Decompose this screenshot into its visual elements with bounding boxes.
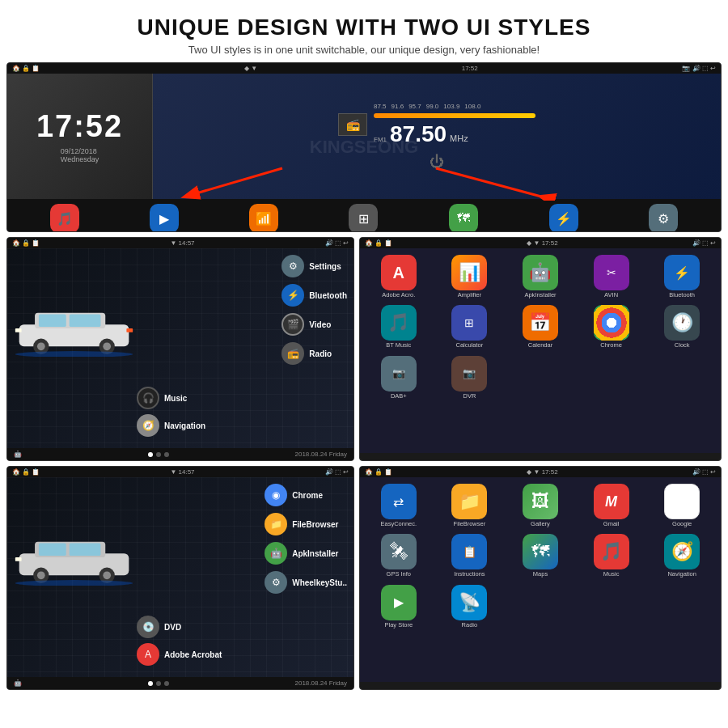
menu-adobe[interactable]: A Adobe Acrobat [137,643,222,666]
app-gpsinfo[interactable]: 🛰 GPS Info [365,534,433,578]
menu-settings[interactable]: ⚙ Settings [281,255,347,277]
app-adobe[interactable]: A Adobe Acro. [365,255,433,298]
radio-menu-icon: 📻 [281,342,304,365]
radio-power-btn[interactable]: ⏻ [430,154,444,171]
app-gallery[interactable]: 🖼 Gallery [506,484,574,527]
app-filebrowser[interactable]: 📁 FileBrowser [436,484,504,527]
left-panel-2: 🏠 🔒 📋 ▼ 14:57 🔊 ⬚ ↩ [6,466,354,690]
clock-time: 17:52 [36,109,123,144]
top-app-nav[interactable]: 🗺 Navigation [448,204,479,232]
playstore-icon: ▶ [381,585,417,620]
menu-wheelkey[interactable]: ⚙ WheelkeyStu.. [265,571,347,594]
calculator-icon: ⊞ [451,305,487,341]
menu-filebrowser[interactable]: 📁 FileBrowser [265,513,347,535]
lp1-footer: 🤖 2018.08.24 Friday [7,448,353,460]
car-image-2 [11,529,137,589]
footer-dots [148,452,169,457]
radio-stations: 87.591.695.799.0103.9108.0 [374,103,535,110]
svg-point-3 [396,134,409,147]
app-bluetooth-rp1[interactable]: ⚡ Bluetooth [648,255,716,298]
easyconnect-icon: ⇄ [381,484,417,519]
menu-navigation[interactable]: 🧭 Navigation [137,414,205,437]
filebrowser-menu-icon: 📁 [265,513,287,535]
app-gmail[interactable]: M Gmail [578,484,645,527]
app-calculator[interactable]: ⊞ Calculator [436,305,504,349]
app-google[interactable]: G Google [648,484,716,527]
app-chrome[interactable]: Chrome [578,305,645,349]
svg-point-16 [15,351,133,357]
menu-video[interactable]: 🎬 Video [281,313,347,336]
svg-rect-15 [126,328,133,332]
settings-icon: ⚙ [649,204,678,232]
grid-icon: ⊞ [349,204,378,232]
app-maps[interactable]: 🗺 Maps [506,534,574,578]
rp1-status: 🏠 🔒 📋 ◆ ▼ 17:52 🔊 ⬚ ↩ [360,238,721,248]
clock-widget: 17:52 09/12/2018 Wednesday [7,74,153,199]
maps-icon: 🗺 [523,534,558,569]
app-music-rp2[interactable]: 🎵 Music [578,534,645,578]
app-calendar[interactable]: 📅 Calendar [506,305,574,349]
navigation-menu-icon: 🧭 [137,414,159,437]
top-app-settings[interactable]: ⚙ Settings [649,204,678,232]
top-location: ◆ ▼ [244,65,257,72]
menu-music[interactable]: 🎧 Music [137,387,205,409]
android-icon: 🤖 [14,451,22,458]
app-playstore[interactable]: ▶ Play Store [365,585,433,629]
app-dab[interactable]: 📷 DAB+ [365,356,433,400]
app-radio-rp2[interactable]: 📡 Radio [436,585,504,629]
top-status-bar: 🏠 🔒 📋 ◆ ▼ 17:52 📷 🔊 ⬚ ↩ [7,63,721,74]
chrome-app-icon [594,305,629,341]
bluetooth-app-icon: ⚡ [664,255,700,290]
svg-rect-25 [15,557,22,561]
svg-rect-20 [70,544,101,557]
amplifier-icon: 📊 [451,255,487,290]
top-screen: KINGSEONG 🏠 🔒 📋 ◆ ▼ 17:52 📷 🔊 ⬚ ↩ 17:52 … [6,62,722,232]
app-btmusic[interactable]: 🎵 BT Music [365,305,433,349]
menu-apkinstaller[interactable]: 🤖 ApkInstaller [265,542,347,565]
top-icons: 📷 🔊 ⬚ ↩ [682,65,716,72]
filebrowser-app-icon: 📁 [451,484,487,519]
app-easyconnect[interactable]: ⇄ EasyConnec. [365,484,433,527]
app-avin[interactable]: ✂ AVIN [578,255,645,298]
music-menu-icon: 🎧 [137,387,159,409]
app-dvr[interactable]: 📷 DVR [436,356,504,400]
app-instructions[interactable]: 📋 Instructions [436,534,504,578]
dot-1b [148,681,153,686]
svg-rect-8 [39,315,66,328]
app-navigation-rp2[interactable]: 🧭 Navigation [648,534,716,578]
radio-app-icon: 📡 [451,585,487,620]
right-panel-2: 🏠 🔒 📋 ◆ ▼ 17:52 🔊 ⬚ ↩ ⇄ EasyConnec. 📁 Fi… [359,466,722,690]
lp2-bottom-menu: 💿 DVD A Adobe Acrobat [137,616,222,666]
menu-chrome-2[interactable]: ◉ Chrome [265,484,347,506]
menu-dvd[interactable]: 💿 DVD [137,616,222,638]
apkinstaller-icon: 🤖 [523,255,558,290]
music-app-icon: 🎵 [594,534,629,569]
bluetooth-icon: ⚡ [549,204,578,232]
top-app-radio[interactable]: 📶 Radio [249,204,278,232]
adobe-icon: A [381,255,417,290]
top-app-video[interactable]: ▶ Video [150,204,179,232]
app-apkinstaller[interactable]: 🤖 ApkInstaller [506,255,574,298]
navigation-app-icon: 🧭 [664,534,700,569]
dab-icon: 📷 [381,356,417,392]
watermark: KINGSEONG [310,137,418,158]
settings-menu-icon: ⚙ [281,255,304,277]
menu-bluetooth[interactable]: ⚡ Bluetooth [281,284,347,307]
video-menu-icon: 🎬 [281,313,304,336]
footer-dots-2 [148,681,169,686]
svg-point-1 [366,142,399,171]
lp2-date: 2018.08.24 Friday [295,679,348,687]
google-icon: G [664,484,700,519]
lp1-body: ⚙ Settings ⚡ Bluetooth 🎬 Video 📻 [7,248,353,453]
lp1-date: 2018.08.24 Friday [295,451,348,458]
dot-2b [156,681,161,686]
dot-1 [148,452,153,457]
svg-point-11 [37,343,45,351]
menu-radio[interactable]: 📻 Radio [281,342,347,365]
svg-point-13 [103,343,111,351]
top-app-grid[interactable]: ⊞ [349,204,378,232]
top-app-music[interactable]: 🎵 Music [50,204,79,232]
app-amplifier[interactable]: 📊 Amplifier [436,255,504,298]
top-app-bluetooth[interactable]: ⚡ Bluetooth [549,204,578,232]
app-clock[interactable]: 🕐 Clock [648,305,716,349]
